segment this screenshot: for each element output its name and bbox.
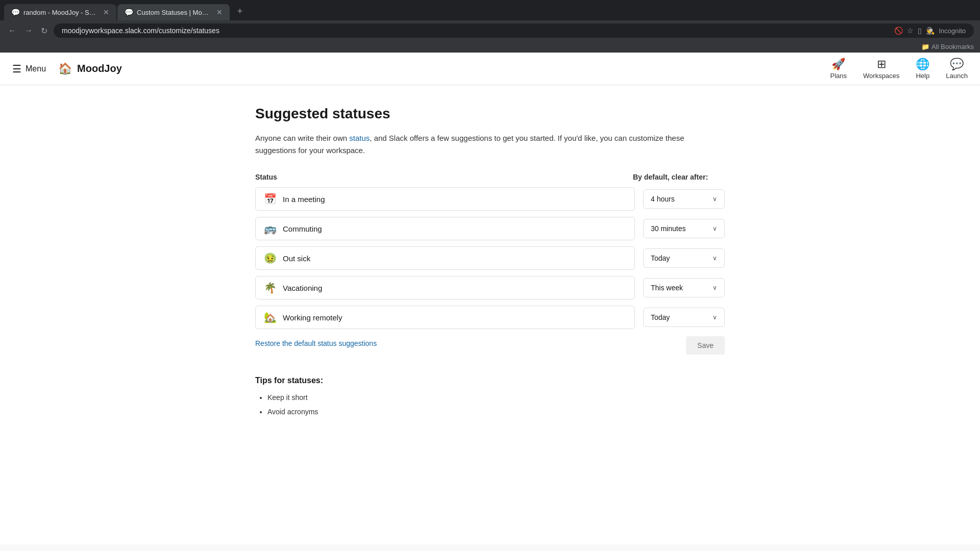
meeting-chevron-icon: ∨	[713, 195, 717, 203]
sick-text: Out sick	[283, 254, 310, 263]
help-nav[interactable]: 🌐 Help	[916, 58, 929, 80]
plans-icon: 🚀	[831, 58, 845, 71]
status-row-sick: 🤢 Out sick Today ∨	[255, 246, 725, 270]
plans-label: Plans	[830, 72, 847, 80]
remote-emoji: 🏡	[264, 311, 277, 323]
meeting-text: In a meeting	[283, 195, 325, 204]
description: Anyone can write their own status, and S…	[255, 132, 725, 157]
table-header: Status By default, clear after:	[255, 173, 725, 181]
tips-title: Tips for statuses:	[255, 376, 725, 385]
sick-clear-select[interactable]: Today ∨	[643, 248, 725, 268]
sick-emoji: 🤢	[264, 252, 277, 264]
commuting-chevron-icon: ∨	[713, 225, 717, 232]
vacationing-emoji: 🌴	[264, 282, 277, 294]
col-status-header: Status	[255, 173, 625, 181]
meeting-clear-select[interactable]: 4 hours ∨	[643, 189, 725, 209]
workspaces-label: Workspaces	[863, 72, 899, 80]
commuting-clear-value: 30 minutes	[651, 224, 685, 233]
desc-text-1: Anyone can write their own	[255, 134, 349, 142]
star-icon[interactable]: ☆	[907, 27, 914, 35]
remote-text: Working remotely	[283, 313, 342, 322]
col-clear-header: By default, clear after:	[633, 173, 725, 181]
vacationing-input[interactable]: 🌴 Vacationing	[255, 276, 635, 299]
browser-chrome: 💬 random - MoodJoy - Slack ✕ 💬 Custom St…	[0, 0, 980, 53]
menu-label: Menu	[26, 64, 46, 73]
new-tab-button[interactable]: +	[233, 4, 247, 18]
tab-inactive[interactable]: 💬 random - MoodJoy - Slack ✕	[4, 4, 116, 20]
save-button[interactable]: Save	[686, 336, 725, 355]
back-button[interactable]: ←	[6, 24, 18, 37]
sidebar-icon[interactable]: ▯	[918, 27, 922, 35]
help-label: Help	[916, 72, 929, 80]
page-title: Suggested statuses	[255, 106, 725, 122]
tab2-close[interactable]: ✕	[216, 8, 223, 16]
commuting-text: Commuting	[283, 224, 322, 233]
main-content: Suggested statuses Anyone can write thei…	[235, 85, 745, 544]
brand-name: MoodJoy	[77, 63, 122, 74]
reload-button[interactable]: ↻	[39, 24, 50, 38]
address-bar-row: ← → ↻ moodjoyworkspace.slack.com/customi…	[0, 20, 980, 41]
remote-input[interactable]: 🏡 Working remotely	[255, 306, 635, 329]
sick-clear-value: Today	[651, 254, 670, 262]
bookmarks-label[interactable]: All Bookmarks	[932, 43, 974, 51]
tab2-favicon: 💬	[125, 8, 133, 16]
forward-button[interactable]: →	[22, 24, 35, 37]
status-row-meeting: 📅 In a meeting 4 hours ∨	[255, 187, 725, 211]
bookmarks-icon: 📁	[921, 43, 929, 51]
vacationing-clear-value: This week	[651, 284, 683, 292]
status-row-commuting: 🚌 Commuting 30 minutes ∨	[255, 217, 725, 240]
launch-icon: 💬	[950, 58, 964, 71]
tip-item-2: Avoid acronyms	[267, 405, 725, 419]
status-row-remote: 🏡 Working remotely Today ∨	[255, 306, 725, 329]
sick-chevron-icon: ∨	[713, 255, 717, 262]
tab1-favicon: 💬	[11, 8, 19, 16]
launch-label: Launch	[946, 72, 968, 80]
remote-chevron-icon: ∨	[713, 314, 717, 321]
meeting-emoji: 📅	[264, 193, 277, 205]
tab1-close[interactable]: ✕	[103, 8, 109, 16]
tips-section: Tips for statuses: Keep it short Avoid a…	[255, 356, 725, 419]
commuting-clear-select[interactable]: 30 minutes ∨	[643, 219, 725, 238]
vacationing-chevron-icon: ∨	[713, 284, 717, 291]
status-link[interactable]: status	[349, 134, 370, 142]
remote-clear-select[interactable]: Today ∨	[643, 308, 725, 327]
restore-link[interactable]: Restore the default status suggestions	[255, 339, 377, 347]
incognito-label: Incognito	[939, 27, 966, 35]
bookmarks-bar: 📁 All Bookmarks	[0, 41, 980, 53]
address-icons: 🚫 ☆ ▯ 🕵 Incognito	[894, 27, 966, 35]
meeting-clear-value: 4 hours	[651, 195, 675, 203]
vacationing-clear-select[interactable]: This week ∨	[643, 278, 725, 297]
tab-bar: 💬 random - MoodJoy - Slack ✕ 💬 Custom St…	[0, 0, 980, 20]
tab-active[interactable]: 💬 Custom Statuses | MoodJoy Sl... ✕	[117, 4, 230, 20]
address-text: moodjoyworkspace.slack.com/customize/sta…	[62, 27, 219, 35]
menu-button[interactable]: ☰ Menu	[12, 63, 46, 75]
address-bar[interactable]: moodjoyworkspace.slack.com/customize/sta…	[54, 23, 974, 38]
actions-row: Restore the default status suggestions S…	[255, 335, 725, 356]
workspaces-icon: ⊞	[877, 58, 886, 71]
workspaces-nav[interactable]: ⊞ Workspaces	[863, 58, 899, 80]
plans-nav[interactable]: 🚀 Plans	[830, 58, 847, 80]
tip-item-1: Keep it short	[267, 390, 725, 405]
commuting-emoji: 🚌	[264, 222, 277, 235]
status-row-vacationing: 🌴 Vacationing This week ∨	[255, 276, 725, 299]
sick-input[interactable]: 🤢 Out sick	[255, 246, 635, 270]
incognito-icon: 🕵	[926, 27, 935, 35]
hamburger-icon: ☰	[12, 63, 21, 75]
brand[interactable]: 🏠 MoodJoy	[58, 62, 122, 76]
privacy-icon: 🚫	[894, 27, 903, 35]
app-header: ☰ Menu 🏠 MoodJoy 🚀 Plans ⊞ Workspaces 🌐 …	[0, 53, 980, 85]
brand-icon: 🏠	[58, 62, 72, 76]
commuting-input[interactable]: 🚌 Commuting	[255, 217, 635, 240]
tab2-label: Custom Statuses | MoodJoy Sl...	[137, 9, 210, 16]
launch-nav[interactable]: 💬 Launch	[946, 58, 968, 80]
tab1-label: random - MoodJoy - Slack	[23, 9, 97, 16]
meeting-input[interactable]: 📅 In a meeting	[255, 187, 635, 211]
remote-clear-value: Today	[651, 313, 670, 321]
header-right: 🚀 Plans ⊞ Workspaces 🌐 Help 💬 Launch	[830, 58, 968, 80]
vacationing-text: Vacationing	[283, 284, 322, 292]
tips-list: Keep it short Avoid acronyms	[255, 390, 725, 419]
help-icon: 🌐	[916, 58, 929, 71]
